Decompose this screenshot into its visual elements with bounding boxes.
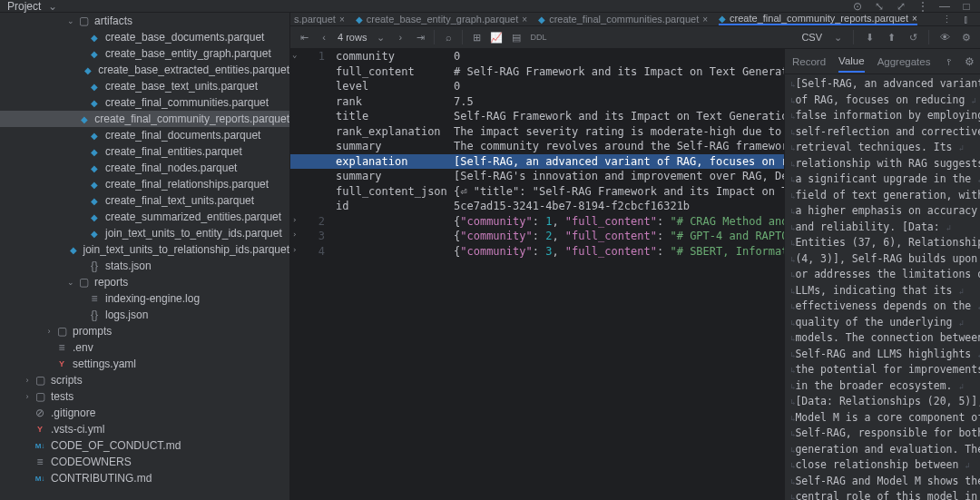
close-icon[interactable]: × (702, 15, 708, 25)
download-icon[interactable]: ⬇ (863, 31, 876, 44)
file-item[interactable]: ◆create_base_entity_graph.parquet (0, 45, 289, 62)
file-item[interactable]: {}stats.json (0, 258, 289, 274)
file-item[interactable]: ◆join_text_units_to_relationship_ids.par… (0, 241, 289, 258)
parquet-icon: ◆ (87, 131, 102, 141)
locate-icon[interactable]: ⊙ (851, 0, 864, 13)
prev-icon[interactable]: ‹ (318, 31, 330, 44)
fold-icon[interactable]: › (292, 245, 297, 254)
folder-artifacts[interactable]: ⌄▢artifacts (0, 13, 289, 29)
parquet-icon: ◆ (356, 15, 363, 25)
tab-active[interactable]: ◆create_final_community_reports.parquet× (719, 13, 917, 25)
file-item[interactable]: ◆create_final_communities.parquet (0, 94, 289, 111)
project-tree[interactable]: ⌄▢artifacts ◆create_base_documents.parqu… (0, 13, 290, 500)
chevron-down-icon: ⌄ (65, 278, 76, 287)
file-item[interactable]: ◆create_final_documents.parquet (0, 127, 289, 143)
project-label[interactable]: Project (7, 0, 41, 13)
file-item[interactable]: ⊘.gitignore (0, 405, 289, 421)
rows-count[interactable]: 4 rows (338, 32, 367, 43)
chevron-right-icon: › (22, 392, 33, 401)
folder-prompts[interactable]: ›▢prompts (0, 323, 289, 339)
file-item[interactable]: ≡CODEOWNERS (0, 454, 289, 470)
file-item[interactable]: ◆create_final_nodes.parquet (0, 160, 289, 176)
parquet-icon: ◆ (87, 163, 102, 173)
more-icon[interactable]: ⋮ (940, 13, 953, 25)
parquet-icon: ◆ (87, 229, 102, 239)
split-icon[interactable]: ⫿ (960, 13, 973, 25)
search-icon[interactable]: ⌕ (442, 31, 455, 44)
text-icon: ≡ (33, 456, 47, 468)
yaml-icon: Y (33, 425, 47, 434)
eye-icon[interactable]: 👁 (938, 31, 951, 44)
file-item[interactable]: {}logs.json (0, 307, 289, 323)
ddl-button[interactable]: DDL (530, 33, 546, 42)
fold-icon[interactable]: › (292, 230, 297, 239)
expand-icon[interactable]: ⤡ (873, 0, 886, 13)
collapse-icon[interactable]: ⤢ (895, 0, 907, 13)
folder-scripts[interactable]: ›▢scripts (0, 372, 289, 388)
tab-aggregates[interactable]: Aggregates (877, 52, 931, 72)
file-item[interactable]: Y.vsts-ci.yml (0, 421, 289, 437)
tab[interactable]: ◆create_base_entity_graph.parquet× (356, 14, 527, 25)
folder-icon: ▢ (33, 374, 47, 387)
tab[interactable]: ◆create_final_communities.parquet× (538, 14, 708, 25)
collapsed-row[interactable]: {"community": 3, "full_content": "# SBER… (454, 245, 784, 258)
file-item[interactable]: ◆create_final_text_units.parquet (0, 192, 289, 209)
fold-icon[interactable]: › (292, 215, 297, 224)
revert-icon[interactable]: ↺ (906, 31, 919, 44)
chevron-right-icon: › (22, 376, 33, 385)
close-icon[interactable]: × (522, 15, 527, 25)
filter-icon[interactable]: ⫯ (943, 55, 956, 68)
file-item[interactable]: ◆create_final_relationships.parquet (0, 176, 289, 192)
tab[interactable]: s.parquet× (294, 14, 345, 25)
value-viewer[interactable]: ↳[Self-RAG, an advanced variant ↲↳of RAG… (785, 74, 980, 500)
tree-view-icon[interactable]: ▤ (510, 31, 523, 44)
folder-tests[interactable]: ›▢tests (0, 388, 289, 405)
text-icon: ≡ (54, 341, 69, 354)
last-icon[interactable]: ⇥ (414, 31, 426, 44)
chart-icon[interactable]: 📈 (490, 31, 503, 44)
file-item[interactable]: ◆create_base_documents.parquet (0, 29, 289, 45)
file-item-selected[interactable]: ◆create_final_community_reports.parquet (0, 111, 289, 127)
file-item[interactable]: ◆create_base_text_units.parquet (0, 78, 289, 94)
fold-icon[interactable]: ⌄ (292, 50, 297, 59)
file-item[interactable]: M↓CONTRIBUTING.md (0, 470, 289, 486)
tab-record[interactable]: Record (792, 52, 826, 72)
parquet-icon: ◆ (87, 82, 102, 92)
table-view-icon[interactable]: ⊞ (470, 31, 483, 44)
tab-value[interactable]: Value (838, 51, 865, 73)
upload-icon[interactable]: ⬆ (885, 31, 897, 44)
gear-icon[interactable]: ⚙ (963, 55, 975, 68)
format-select[interactable]: CSV (801, 32, 822, 43)
close-icon[interactable]: × (912, 14, 917, 24)
parquet-icon: ◆ (87, 33, 102, 43)
parquet-icon: ◆ (719, 14, 726, 24)
parquet-icon: ◆ (87, 49, 102, 59)
data-grid[interactable]: ⌄1community0 full_content# Self-RAG Fram… (290, 49, 784, 500)
hide-icon[interactable]: □ (960, 0, 973, 13)
file-item[interactable]: ◆create_summarized_entities.parquet (0, 209, 289, 225)
chevron-down-icon[interactable]: ⌄ (46, 0, 59, 13)
close-icon[interactable]: × (339, 15, 345, 25)
settings-icon[interactable]: ⋮ (916, 0, 929, 13)
folder-reports[interactable]: ⌄▢reports (0, 274, 289, 290)
text-icon: ⊘ (33, 407, 47, 419)
file-item[interactable]: ◆create_final_entities.parquet (0, 143, 289, 160)
file-item[interactable]: ◆join_text_units_to_entity_ids.parquet (0, 225, 289, 241)
file-item[interactable]: ◆create_base_extracted_entities.parquet (0, 62, 289, 78)
chevron-down-icon[interactable]: ⌄ (831, 31, 844, 44)
minimize-icon[interactable]: — (938, 0, 951, 13)
parquet-icon: ◆ (87, 98, 102, 108)
parquet-icon: ◆ (87, 147, 102, 157)
file-item[interactable]: M↓CODE_OF_CONDUCT.md (0, 437, 289, 454)
detail-panel: Record Value Aggregates ⫯ ⚙ × ↳[Self-RAG… (784, 49, 980, 500)
next-icon[interactable]: › (394, 31, 407, 44)
file-item[interactable]: ≡indexing-engine.log (0, 290, 289, 307)
file-item[interactable]: ≡.env (0, 339, 289, 356)
collapsed-row[interactable]: {"community": 2, "full_content": "# GPT-… (454, 230, 784, 242)
gear-icon[interactable]: ⚙ (960, 31, 973, 44)
text-icon: ≡ (87, 292, 102, 305)
chevron-down-icon[interactable]: ⌄ (374, 31, 387, 44)
collapsed-row[interactable]: {"community": 1, "full_content": "# CRAG… (454, 215, 784, 228)
first-icon[interactable]: ⇤ (298, 31, 310, 44)
file-item[interactable]: Ysettings.yaml (0, 356, 289, 372)
